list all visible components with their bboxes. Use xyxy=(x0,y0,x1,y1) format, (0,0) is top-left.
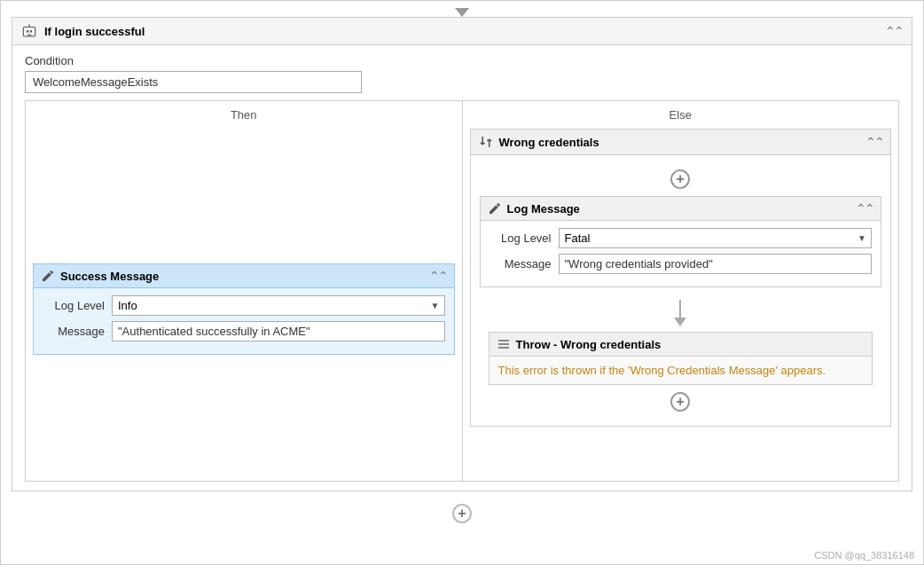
columns-row: Then Success Message ⌃⌃ Log Le xyxy=(25,100,899,482)
add-circle-main-bottom[interactable]: + xyxy=(452,504,472,523)
log-message-row: Message xyxy=(489,254,873,274)
then-header: Then xyxy=(33,108,455,122)
wrong-credentials-header: Wrong credentials ⌃⌃ xyxy=(471,129,891,155)
add-button-top[interactable]: + xyxy=(480,169,882,189)
condition-input[interactable] xyxy=(25,71,362,93)
success-collapse-icon[interactable]: ⌃⌃ xyxy=(429,269,447,283)
log-message-body: Log Level Fatal Trace Debug Info War xyxy=(481,221,881,286)
success-log-level-wrapper[interactable]: Info Trace Debug Warn Error Fatal ▼ xyxy=(112,295,445,316)
v-line xyxy=(679,300,681,318)
throw-panel-text: This error is thrown if the 'Wrong Crede… xyxy=(498,364,826,377)
success-log-level-row: Log Level Info Trace Debug Warn Error Fa… xyxy=(43,295,445,316)
success-message-input[interactable] xyxy=(112,321,445,341)
log-level-label: Log Level xyxy=(489,231,552,245)
log-level-wrapper[interactable]: Fatal Trace Debug Info Warn Error ▼ xyxy=(559,228,873,248)
wrong-credentials-panel: Wrong credentials ⌃⌃ + xyxy=(470,129,892,427)
robot-icon xyxy=(21,23,37,39)
throw-panel-body: This error is thrown if the 'Wrong Crede… xyxy=(489,357,873,384)
success-panel-title: Success Message xyxy=(60,270,159,283)
wrong-credentials-header-left: Wrong credentials xyxy=(478,134,599,150)
top-arrow xyxy=(455,8,469,17)
if-panel: If login successful ⌃⌃ Condition Then xyxy=(12,17,912,491)
else-column: Else Wrong credentials ⌃⌃ xyxy=(463,100,900,482)
log-level-row: Log Level Fatal Trace Debug Info War xyxy=(489,228,873,248)
add-button-bottom[interactable]: + xyxy=(480,392,882,412)
log-message-input[interactable] xyxy=(559,254,873,274)
sort-icon xyxy=(478,134,494,150)
success-log-level-select[interactable]: Info Trace Debug Warn Error Fatal xyxy=(112,295,445,316)
then-column: Then Success Message ⌃⌃ Log Le xyxy=(25,100,463,482)
log-message-collapse-icon[interactable]: ⌃⌃ xyxy=(856,201,873,216)
bottom-connector: + xyxy=(1,498,923,529)
log-message-panel: Log Message ⌃⌃ Log Level xyxy=(480,196,882,287)
success-panel-header-left: Success Message xyxy=(41,269,159,283)
collapse-icon[interactable]: ⌃⌃ xyxy=(885,24,903,38)
success-log-level-label: Log Level xyxy=(43,299,105,312)
if-panel-body: Condition Then Success Message ⌃⌃ xyxy=(12,45,912,490)
wrong-credentials-title: Wrong credentials xyxy=(499,136,599,149)
log-message-header: Log Message ⌃⌃ xyxy=(481,197,881,221)
add-circle-bottom[interactable]: + xyxy=(670,392,690,412)
success-panel-body: Log Level Info Trace Debug Warn Error Fa… xyxy=(34,288,454,354)
edit-icon-log xyxy=(488,201,502,216)
success-message-row: Message xyxy=(43,321,445,341)
if-panel-title: If login successful xyxy=(44,25,145,38)
arrow-connector xyxy=(480,294,882,332)
watermark: CSDN @qq_38316148 xyxy=(814,550,914,561)
success-message-label: Message xyxy=(43,325,105,338)
workflow-editor: If login successful ⌃⌃ Condition Then xyxy=(0,0,924,565)
condition-label: Condition xyxy=(25,54,899,67)
log-message-label-field: Message xyxy=(489,257,552,271)
edit-icon-success xyxy=(41,269,55,283)
top-connector xyxy=(1,1,923,17)
log-message-header-left: Log Message xyxy=(488,201,580,216)
add-circle-top[interactable]: + xyxy=(670,169,690,189)
else-header: Else xyxy=(470,108,892,122)
wrong-credentials-collapse-icon[interactable]: ⌃⌃ xyxy=(865,135,883,149)
arrow-connector-line xyxy=(674,300,686,326)
if-panel-header: If login successful ⌃⌃ xyxy=(12,18,912,45)
success-panel-header: Success Message ⌃⌃ xyxy=(34,264,454,288)
log-level-select[interactable]: Fatal Trace Debug Info Warn Error xyxy=(559,228,873,248)
arrow-head xyxy=(674,318,686,326)
if-panel-header-left: If login successful xyxy=(21,23,145,39)
wrong-credentials-body: + Log Message ⌃⌃ xyxy=(471,155,891,426)
log-message-title: Log Message xyxy=(507,202,580,216)
list-icon xyxy=(497,337,511,351)
throw-panel-title: Throw - Wrong credentials xyxy=(516,338,662,351)
throw-panel-header: Throw - Wrong credentials xyxy=(489,333,873,357)
success-message-panel: Success Message ⌃⌃ Log Level Info Trac xyxy=(33,263,455,355)
throw-panel: Throw - Wrong credentials This error is … xyxy=(489,332,873,385)
